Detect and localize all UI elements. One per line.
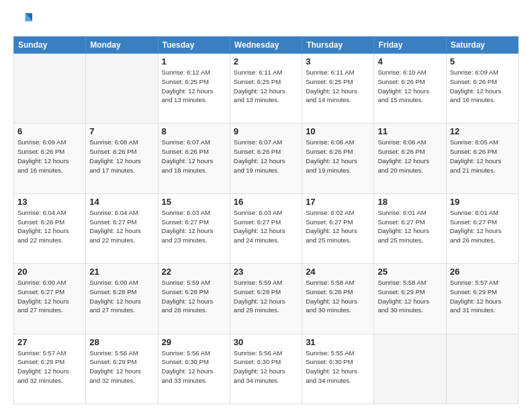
day-info: Sunrise: 6:04 AM Sunset: 6:27 PM Dayligh…: [89, 208, 154, 245]
day-info: Sunrise: 5:59 AM Sunset: 6:28 PM Dayligh…: [234, 278, 298, 315]
calendar-header-sunday: Sunday: [14, 37, 86, 54]
day-number: 17: [306, 197, 370, 207]
day-info: Sunrise: 6:03 AM Sunset: 6:27 PM Dayligh…: [234, 208, 298, 245]
calendar-cell: 9Sunrise: 6:07 AM Sunset: 6:26 PM Daylig…: [230, 124, 302, 193]
day-info: Sunrise: 5:59 AM Sunset: 6:28 PM Dayligh…: [162, 278, 226, 315]
day-number: 27: [17, 337, 82, 347]
calendar-cell: 29Sunrise: 5:56 AM Sunset: 6:30 PM Dayli…: [158, 334, 230, 404]
day-number: 7: [89, 126, 154, 136]
day-info: Sunrise: 6:02 AM Sunset: 6:27 PM Dayligh…: [306, 208, 370, 245]
calendar-table: SundayMondayTuesdayWednesdayThursdayFrid…: [13, 36, 519, 404]
calendar-header-thursday: Thursday: [302, 37, 374, 54]
day-info: Sunrise: 6:01 AM Sunset: 6:27 PM Dayligh…: [450, 208, 515, 245]
day-number: 2: [234, 56, 298, 66]
calendar-cell: 19Sunrise: 6:01 AM Sunset: 6:27 PM Dayli…: [446, 193, 518, 263]
calendar-cell: 7Sunrise: 6:08 AM Sunset: 6:26 PM Daylig…: [86, 124, 158, 193]
calendar-cell: 31Sunrise: 5:55 AM Sunset: 6:30 PM Dayli…: [302, 334, 374, 404]
calendar-cell: [374, 334, 446, 404]
day-info: Sunrise: 5:57 AM Sunset: 6:29 PM Dayligh…: [17, 349, 82, 385]
day-number: 5: [450, 56, 515, 66]
calendar-cell: 5Sunrise: 6:09 AM Sunset: 6:26 PM Daylig…: [446, 54, 518, 124]
calendar-cell: 1Sunrise: 6:12 AM Sunset: 6:25 PM Daylig…: [158, 54, 230, 124]
calendar-cell: 16Sunrise: 6:03 AM Sunset: 6:27 PM Dayli…: [230, 193, 302, 263]
day-number: 29: [162, 337, 226, 347]
day-number: 8: [162, 126, 226, 136]
day-info: Sunrise: 6:11 AM Sunset: 6:25 PM Dayligh…: [234, 68, 298, 105]
day-info: Sunrise: 6:07 AM Sunset: 6:26 PM Dayligh…: [234, 138, 298, 175]
calendar-cell: 25Sunrise: 5:58 AM Sunset: 6:29 PM Dayli…: [374, 264, 446, 334]
day-info: Sunrise: 6:04 AM Sunset: 6:26 PM Dayligh…: [17, 208, 82, 245]
day-number: 16: [234, 197, 298, 207]
calendar-header-monday: Monday: [86, 37, 158, 54]
day-info: Sunrise: 6:11 AM Sunset: 6:25 PM Dayligh…: [306, 68, 370, 105]
calendar-cell: 20Sunrise: 6:00 AM Sunset: 6:27 PM Dayli…: [14, 264, 86, 334]
day-number: 21: [89, 267, 154, 277]
header: [13, 11, 519, 30]
calendar-cell: 26Sunrise: 5:57 AM Sunset: 6:29 PM Dayli…: [446, 264, 518, 334]
day-number: 18: [378, 197, 442, 207]
day-number: 19: [450, 197, 515, 207]
day-info: Sunrise: 6:01 AM Sunset: 6:27 PM Dayligh…: [378, 208, 442, 245]
day-number: 25: [378, 267, 442, 277]
day-number: 28: [89, 337, 154, 347]
calendar-week-row: 27Sunrise: 5:57 AM Sunset: 6:29 PM Dayli…: [14, 334, 519, 404]
day-number: 10: [306, 126, 370, 136]
calendar-cell: 22Sunrise: 5:59 AM Sunset: 6:28 PM Dayli…: [158, 264, 230, 334]
day-info: Sunrise: 5:58 AM Sunset: 6:29 PM Dayligh…: [378, 278, 442, 315]
day-number: 15: [162, 197, 226, 207]
page: SundayMondayTuesdayWednesdayThursdayFrid…: [0, 0, 532, 411]
day-number: 22: [162, 267, 226, 277]
calendar-header-friday: Friday: [374, 37, 446, 54]
calendar-week-row: 1Sunrise: 6:12 AM Sunset: 6:25 PM Daylig…: [14, 54, 519, 124]
day-info: Sunrise: 5:56 AM Sunset: 6:30 PM Dayligh…: [162, 349, 226, 385]
day-info: Sunrise: 6:00 AM Sunset: 6:28 PM Dayligh…: [89, 278, 154, 315]
day-info: Sunrise: 5:56 AM Sunset: 6:29 PM Dayligh…: [89, 349, 154, 385]
day-number: 1: [162, 56, 226, 66]
calendar-header-tuesday: Tuesday: [158, 37, 230, 54]
day-info: Sunrise: 5:55 AM Sunset: 6:30 PM Dayligh…: [306, 349, 370, 385]
day-info: Sunrise: 6:09 AM Sunset: 6:26 PM Dayligh…: [450, 68, 515, 105]
day-number: 14: [89, 197, 154, 207]
calendar-cell: 17Sunrise: 6:02 AM Sunset: 6:27 PM Dayli…: [302, 193, 374, 263]
calendar-week-row: 20Sunrise: 6:00 AM Sunset: 6:27 PM Dayli…: [14, 264, 519, 334]
logo-icon: [13, 11, 32, 30]
calendar-cell: 10Sunrise: 6:06 AM Sunset: 6:26 PM Dayli…: [302, 124, 374, 193]
calendar-cell: [86, 54, 158, 124]
day-number: 11: [378, 126, 442, 136]
day-info: Sunrise: 6:09 AM Sunset: 6:26 PM Dayligh…: [17, 138, 82, 175]
calendar-header-wednesday: Wednesday: [230, 37, 302, 54]
calendar-cell: 4Sunrise: 6:10 AM Sunset: 6:26 PM Daylig…: [374, 54, 446, 124]
day-info: Sunrise: 6:05 AM Sunset: 6:26 PM Dayligh…: [450, 138, 515, 175]
day-number: 13: [17, 197, 82, 207]
calendar-cell: 23Sunrise: 5:59 AM Sunset: 6:28 PM Dayli…: [230, 264, 302, 334]
calendar-cell: 11Sunrise: 6:06 AM Sunset: 6:26 PM Dayli…: [374, 124, 446, 193]
calendar-header-saturday: Saturday: [446, 37, 518, 54]
day-info: Sunrise: 6:08 AM Sunset: 6:26 PM Dayligh…: [89, 138, 154, 175]
calendar-header-row: SundayMondayTuesdayWednesdayThursdayFrid…: [14, 37, 519, 54]
calendar-cell: 14Sunrise: 6:04 AM Sunset: 6:27 PM Dayli…: [86, 193, 158, 263]
day-number: 30: [234, 337, 298, 347]
calendar-cell: 15Sunrise: 6:03 AM Sunset: 6:27 PM Dayli…: [158, 193, 230, 263]
calendar-cell: [14, 54, 86, 124]
day-number: 4: [378, 56, 442, 66]
day-number: 12: [450, 126, 515, 136]
calendar-cell: 13Sunrise: 6:04 AM Sunset: 6:26 PM Dayli…: [14, 193, 86, 263]
calendar-week-row: 6Sunrise: 6:09 AM Sunset: 6:26 PM Daylig…: [14, 124, 519, 193]
calendar-cell: 12Sunrise: 6:05 AM Sunset: 6:26 PM Dayli…: [446, 124, 518, 193]
day-number: 6: [17, 126, 82, 136]
day-info: Sunrise: 5:56 AM Sunset: 6:30 PM Dayligh…: [234, 349, 298, 385]
day-info: Sunrise: 6:00 AM Sunset: 6:27 PM Dayligh…: [17, 278, 82, 315]
calendar-cell: 18Sunrise: 6:01 AM Sunset: 6:27 PM Dayli…: [374, 193, 446, 263]
calendar-cell: [446, 334, 518, 404]
calendar-cell: 21Sunrise: 6:00 AM Sunset: 6:28 PM Dayli…: [86, 264, 158, 334]
day-number: 3: [306, 56, 370, 66]
day-info: Sunrise: 6:06 AM Sunset: 6:26 PM Dayligh…: [378, 138, 442, 175]
calendar-cell: 28Sunrise: 5:56 AM Sunset: 6:29 PM Dayli…: [86, 334, 158, 404]
day-number: 9: [234, 126, 298, 136]
day-info: Sunrise: 6:06 AM Sunset: 6:26 PM Dayligh…: [306, 138, 370, 175]
calendar-cell: 3Sunrise: 6:11 AM Sunset: 6:25 PM Daylig…: [302, 54, 374, 124]
day-info: Sunrise: 5:58 AM Sunset: 6:28 PM Dayligh…: [306, 278, 370, 315]
calendar-cell: 6Sunrise: 6:09 AM Sunset: 6:26 PM Daylig…: [14, 124, 86, 193]
calendar-cell: 2Sunrise: 6:11 AM Sunset: 6:25 PM Daylig…: [230, 54, 302, 124]
logo: [13, 11, 35, 30]
